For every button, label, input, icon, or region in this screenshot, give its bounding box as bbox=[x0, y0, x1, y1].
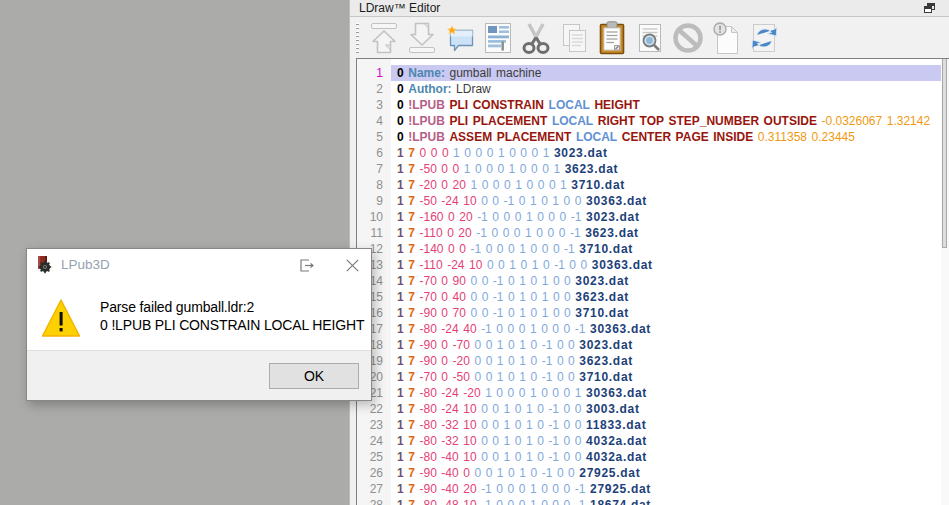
token: 3003.dat bbox=[586, 402, 640, 416]
code-line-23[interactable]: 1 7 -80 -32 10 0 0 1 0 1 0 -1 0 0 11833.… bbox=[391, 417, 941, 433]
token: 7 bbox=[408, 178, 415, 192]
token: 30363.dat bbox=[586, 386, 647, 400]
token: 3023.dat bbox=[575, 274, 629, 288]
line-number: 5 bbox=[357, 129, 391, 145]
dialog-footer: OK bbox=[27, 350, 371, 400]
token: 1 bbox=[397, 322, 404, 336]
token: 1 bbox=[397, 402, 404, 416]
panel-title: LDraw™ Editor bbox=[359, 1, 440, 15]
update-down-button[interactable] bbox=[403, 19, 441, 57]
message-line-1: Parse failed gumball.ldr:2 bbox=[100, 299, 364, 317]
token: -1 0 0 0 1 0 0 0 -1 bbox=[470, 242, 574, 256]
code-line-4[interactable]: 0 !LPUB PLI PLACEMENT LOCAL RIGHT TOP ST… bbox=[391, 113, 941, 129]
token: -110 0 20 bbox=[419, 226, 471, 240]
page-info-button[interactable] bbox=[707, 19, 745, 57]
token: 1 bbox=[397, 482, 404, 496]
line-number: 1 bbox=[357, 65, 391, 81]
paste-button[interactable] bbox=[593, 19, 631, 57]
code-line-5[interactable]: 0 !LPUB ASSEM PLACEMENT LOCAL CENTER PAG… bbox=[391, 129, 941, 145]
code-line-18[interactable]: 1 7 -90 0 -70 0 0 1 0 1 0 -1 0 0 3023.da… bbox=[391, 337, 941, 353]
editor-scrollbar[interactable] bbox=[941, 59, 949, 505]
code-line-1[interactable]: 0 Name: gumball machine bbox=[391, 65, 941, 81]
token: -110 -24 10 bbox=[419, 258, 482, 272]
code-line-12[interactable]: 1 7 -140 0 0 -1 0 0 0 1 0 0 0 -1 3710.da… bbox=[391, 241, 941, 257]
scrollbar-thumb[interactable] bbox=[942, 59, 947, 248]
code-line-17[interactable]: 1 7 -80 -24 40 -1 0 0 0 1 0 0 0 -1 30363… bbox=[391, 321, 941, 337]
line-number: 7 bbox=[357, 161, 391, 177]
token: 0 0 1 0 1 0 -1 0 0 bbox=[474, 370, 574, 384]
token: 1 bbox=[397, 306, 404, 320]
code-line-15[interactable]: 1 7 -70 0 40 0 0 -1 0 1 0 1 0 0 3623.dat bbox=[391, 289, 941, 305]
code-line-28[interactable]: 1 7 -80 -48 10 -1 0 0 0 1 0 0 0 -1 18674… bbox=[391, 497, 941, 505]
copy-button[interactable] bbox=[555, 19, 593, 57]
code-line-14[interactable]: 1 7 -70 0 90 0 0 -1 0 1 0 1 0 0 3023.dat bbox=[391, 273, 941, 289]
float-icon bbox=[924, 3, 935, 13]
code-line-16[interactable]: 1 7 -90 0 70 0 0 -1 0 1 0 1 0 0 3710.dat bbox=[391, 305, 941, 321]
token: 0 0 1 0 1 0 -1 0 0 bbox=[474, 354, 574, 368]
cut-button[interactable] bbox=[517, 19, 555, 57]
code-line-21[interactable]: 1 7 -80 -24 -20 1 0 0 0 1 0 0 0 1 30363.… bbox=[391, 385, 941, 401]
token: 1 bbox=[397, 162, 404, 176]
code-line-26[interactable]: 1 7 -90 -40 0 0 0 1 0 1 0 -1 0 0 27925.d… bbox=[391, 465, 941, 481]
cancel-button[interactable] bbox=[669, 19, 707, 57]
token: 1 bbox=[397, 450, 404, 464]
find-icon bbox=[635, 22, 665, 54]
code-line-19[interactable]: 1 7 -90 0 -20 0 0 1 0 1 0 -1 0 0 3623.da… bbox=[391, 353, 941, 369]
code-line-10[interactable]: 1 7 -160 0 20 -1 0 0 0 1 0 0 0 -1 3023.d… bbox=[391, 209, 941, 225]
line-number: 25 bbox=[357, 449, 391, 465]
code-area[interactable]: 0 Name: gumball machine0 Author: LDraw0 … bbox=[391, 59, 941, 505]
token: 7 bbox=[408, 194, 415, 208]
float-arrow-icon bbox=[300, 259, 315, 272]
token: 1 bbox=[397, 178, 404, 192]
token: 3023.dat bbox=[586, 210, 640, 224]
code-line-8[interactable]: 1 7 -20 0 20 1 0 0 0 1 0 0 0 1 3710.dat bbox=[391, 177, 941, 193]
dialog-title-bar[interactable]: LPub3D bbox=[27, 249, 371, 280]
token: -90 -40 20 bbox=[419, 482, 476, 496]
panel-float-button[interactable] bbox=[923, 1, 936, 14]
token: -80 -48 10 bbox=[419, 498, 476, 505]
code-line-24[interactable]: 1 7 -80 -32 10 0 0 1 0 1 0 -1 0 0 4032a.… bbox=[391, 433, 941, 449]
token: 0 0 -1 0 1 0 1 0 0 bbox=[470, 274, 570, 288]
token: 1 bbox=[397, 434, 404, 448]
code-line-3[interactable]: 0 !LPUB PLI CONSTRAIN LOCAL HEIGHT bbox=[391, 97, 941, 113]
token: gumball machine bbox=[449, 66, 541, 80]
token: 3710.dat bbox=[575, 306, 629, 320]
token: -90 0 70 bbox=[419, 306, 465, 320]
token: 0 0 -1 0 1 0 1 0 0 bbox=[481, 194, 581, 208]
token: 7 bbox=[408, 162, 415, 176]
panel-title-bar[interactable]: LDraw™ Editor bbox=[350, 0, 949, 17]
token: 4032a.dat bbox=[586, 434, 647, 448]
line-number: 8 bbox=[357, 177, 391, 193]
code-line-25[interactable]: 1 7 -80 -40 10 0 0 1 0 1 0 -1 0 0 4032a.… bbox=[391, 449, 941, 465]
token: 0.311358 0.23445 bbox=[758, 130, 855, 144]
code-line-13[interactable]: 1 7 -110 -24 10 0 0 1 0 1 0 -1 0 0 30363… bbox=[391, 257, 941, 273]
code-line-2[interactable]: 0 Author: LDraw bbox=[391, 81, 941, 97]
code-line-11[interactable]: 1 7 -110 0 20 -1 0 0 0 1 0 0 0 -1 3623.d… bbox=[391, 225, 941, 241]
toolbar-drag-handle[interactable] bbox=[356, 23, 359, 53]
code-line-27[interactable]: 1 7 -90 -40 20 -1 0 0 0 1 0 0 0 -1 27925… bbox=[391, 481, 941, 497]
token: 1 0 0 0 1 0 0 0 1 bbox=[453, 146, 549, 160]
token: -1 0 0 0 1 0 0 0 -1 bbox=[481, 498, 585, 505]
token: -80 -24 40 bbox=[419, 322, 476, 336]
refresh-button[interactable] bbox=[745, 19, 783, 57]
format-lines-button[interactable] bbox=[479, 19, 517, 57]
code-line-22[interactable]: 1 7 -80 -24 10 0 0 1 0 1 0 -1 0 0 3003.d… bbox=[391, 401, 941, 417]
token: !LPUB bbox=[408, 130, 445, 144]
token: -1 0 0 0 1 0 0 0 -1 bbox=[481, 322, 585, 336]
token: 3623.dat bbox=[585, 226, 639, 240]
update-up-button[interactable] bbox=[365, 19, 403, 57]
ldraw-code-editor[interactable]: 1234567891011121314151617181920212223242… bbox=[356, 58, 949, 505]
code-line-6[interactable]: 1 7 0 0 0 1 0 0 0 1 0 0 0 1 3023.dat bbox=[391, 145, 941, 161]
code-line-7[interactable]: 1 7 -50 0 0 1 0 0 0 1 0 0 0 1 3623.dat bbox=[391, 161, 941, 177]
token: 1 bbox=[397, 370, 404, 384]
token: 1 bbox=[397, 354, 404, 368]
ok-button[interactable]: OK bbox=[269, 363, 359, 389]
find-button[interactable] bbox=[631, 19, 669, 57]
add-comment-button[interactable] bbox=[441, 19, 479, 57]
token: 1 bbox=[397, 226, 404, 240]
code-line-9[interactable]: 1 7 -50 -24 10 0 0 -1 0 1 0 1 0 0 30363.… bbox=[391, 193, 941, 209]
code-line-20[interactable]: 1 7 -70 0 -50 0 0 1 0 1 0 -1 0 0 3710.da… bbox=[391, 369, 941, 385]
dialog-float-button[interactable] bbox=[300, 258, 315, 276]
dialog-close-button[interactable] bbox=[346, 258, 359, 276]
token: 3710.dat bbox=[571, 178, 625, 192]
